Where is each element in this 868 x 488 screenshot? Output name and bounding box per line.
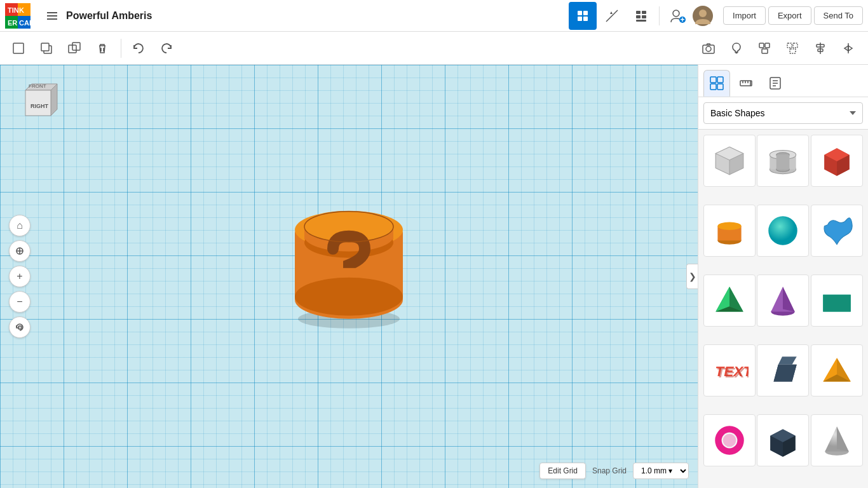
ungroup-button[interactable] (779, 35, 806, 62)
svg-text:FRONT: FRONT (29, 83, 46, 89)
text-shape-item[interactable]: TEXT TEXT (703, 344, 756, 396)
svg-rect-39 (790, 49, 796, 53)
svg-point-98 (769, 216, 798, 245)
grid-view-button[interactable] (569, 2, 597, 30)
svg-rect-13 (578, 17, 582, 21)
special-blue-item[interactable] (811, 205, 863, 257)
red-cube-item[interactable] (811, 135, 863, 187)
svg-marker-126 (837, 426, 849, 451)
svg-rect-27 (41, 43, 49, 51)
svg-marker-108 (823, 295, 850, 312)
svg-rect-9 (47, 15, 57, 17)
svg-rect-37 (787, 43, 792, 48)
right-panel: Basic Shapes Text & Numbers Connectors F… (698, 65, 868, 488)
svg-text:CAD: CAD (19, 19, 31, 27)
grid-panel-tab[interactable] (703, 70, 730, 97)
rotate-view-button[interactable] (9, 316, 31, 338)
orange-cylinder-item[interactable] (703, 205, 756, 257)
3d-object[interactable] (266, 198, 431, 341)
svg-rect-10 (47, 18, 57, 20)
yellow-pyramid-item[interactable] (811, 344, 863, 396)
svg-rect-90 (776, 155, 790, 170)
left-controls: ⌂ + − (9, 215, 31, 338)
svg-rect-35 (765, 43, 770, 48)
snap-grid-label: Snap Grid (592, 466, 627, 475)
export-button[interactable]: Export (768, 6, 811, 25)
svg-point-24 (699, 10, 707, 17)
svg-rect-17 (636, 15, 641, 18)
dark-box-item[interactable] (757, 414, 809, 466)
panel-collapse-button[interactable]: ❯ (686, 264, 698, 289)
svg-point-97 (717, 222, 741, 230)
svg-point-66 (295, 278, 403, 316)
home-view-button[interactable]: ⌂ (9, 215, 31, 236)
project-title[interactable]: Powerful Amberis (66, 10, 567, 22)
pink-torus-item[interactable] (703, 414, 756, 466)
list-view-button[interactable] (38, 2, 66, 30)
green-pyramid-item[interactable] (703, 274, 756, 327)
user-avatar[interactable] (691, 4, 714, 27)
shapes-category-select[interactable]: Basic Shapes Text & Numbers Connectors F… (703, 102, 863, 124)
svg-rect-36 (762, 49, 768, 53)
canvas-area[interactable]: RIGHT FRONT ⌂ + − (0, 65, 698, 488)
copy-button[interactable] (33, 35, 60, 62)
camera-button[interactable] (695, 35, 722, 62)
teal-wedge-item[interactable] (811, 274, 863, 327)
svg-rect-71 (717, 84, 723, 90)
svg-rect-34 (759, 43, 764, 48)
tinkercad-logo[interactable]: TIN K ER CAD (5, 3, 31, 29)
dark-prism-item[interactable] (757, 344, 809, 396)
svg-rect-68 (710, 77, 716, 83)
delete-button[interactable] (89, 35, 116, 62)
svg-text:TEXT: TEXT (716, 364, 749, 381)
svg-point-119 (723, 434, 736, 447)
svg-rect-18 (642, 15, 646, 18)
svg-rect-8 (47, 12, 57, 13)
box-shape-item[interactable] (703, 135, 756, 187)
lighting-button[interactable] (723, 35, 750, 62)
mirror-button[interactable] (835, 35, 862, 62)
user-add-button[interactable]: + (666, 4, 689, 27)
pickaxe-button[interactable] (598, 2, 626, 30)
snap-grid-select[interactable]: 1.0 mm ▾ 0.5 mm 2.0 mm 5.0 mm (633, 463, 689, 479)
zoom-out-button[interactable]: − (9, 291, 31, 313)
align-button[interactable] (807, 35, 834, 62)
svg-marker-113 (778, 356, 797, 364)
blocks-button[interactable] (627, 2, 655, 30)
purple-cone-item[interactable] (757, 274, 809, 327)
svg-rect-54 (18, 326, 22, 329)
group-button[interactable] (751, 35, 778, 62)
view-cube[interactable]: RIGHT FRONT (13, 78, 64, 128)
nav-separator (659, 6, 660, 25)
shapes-dropdown-container: Basic Shapes Text & Numbers Connectors F… (698, 97, 868, 130)
svg-rect-11 (578, 11, 582, 15)
svg-rect-16 (642, 11, 646, 14)
import-button[interactable]: Import (723, 6, 766, 25)
notes-panel-tab[interactable] (762, 70, 789, 97)
redo-button[interactable] (153, 35, 180, 62)
svg-rect-14 (583, 17, 588, 21)
svg-text:RIGHT: RIGHT (31, 103, 49, 109)
bottom-bar: Edit Grid Snap Grid 1.0 mm ▾ 0.5 mm 2.0 … (539, 463, 689, 479)
svg-rect-69 (717, 77, 723, 83)
svg-rect-25 (13, 43, 24, 53)
main-area: RIGHT FRONT ⌂ + − (0, 65, 868, 488)
new-design-button[interactable] (5, 35, 32, 62)
svg-rect-19 (636, 20, 646, 22)
sendto-button[interactable]: Send To (814, 6, 863, 25)
toolbar (0, 32, 868, 65)
cylinder-hole-item[interactable] (757, 135, 809, 187)
fit-view-button[interactable] (9, 240, 31, 262)
edit-grid-button[interactable]: Edit Grid (539, 463, 586, 479)
ruler-panel-tab[interactable] (733, 70, 759, 97)
svg-rect-38 (793, 43, 797, 48)
svg-marker-105 (783, 287, 795, 311)
svg-point-31 (706, 46, 711, 51)
zoom-in-button[interactable]: + (9, 266, 31, 287)
top-navigation: TIN K ER CAD Powerful Amberis (0, 0, 868, 32)
undo-button[interactable] (125, 35, 152, 62)
teal-sphere-item[interactable] (757, 205, 809, 257)
svg-text:+: + (681, 15, 685, 24)
duplicate-button[interactable] (61, 35, 88, 62)
gray-cone-item[interactable] (811, 414, 863, 466)
